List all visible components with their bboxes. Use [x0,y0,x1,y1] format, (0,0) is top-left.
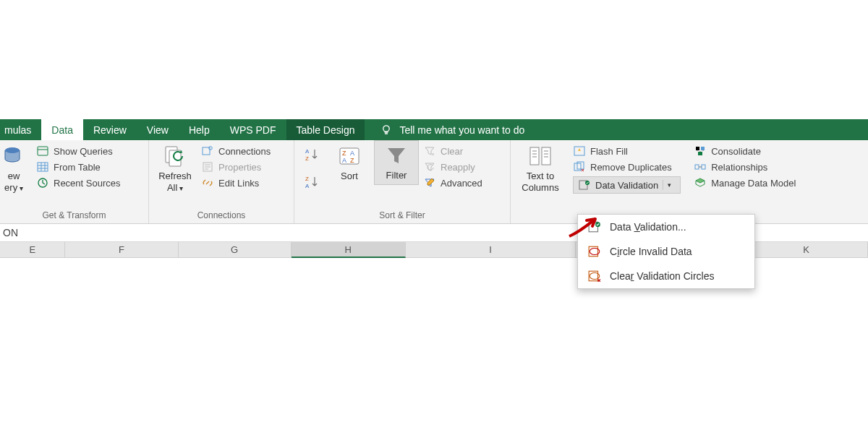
ribbon-tabs: mulas Data Review View Help WPS PDF Tabl… [0,119,868,140]
flash-fill-label: Flash Fill [590,146,628,157]
edit-links-icon [201,176,214,189]
remove-duplicates-icon [573,160,586,173]
properties-button[interactable]: Properties [201,160,271,173]
relationships-button[interactable]: Relationships [694,160,796,173]
formula-bar-value: ON [3,227,18,238]
menu-data-validation-icon [588,220,601,233]
text-to-columns-button[interactable]: Text to Columns [511,140,570,193]
menu-data-validation-label: Data Validation... [610,221,686,233]
from-table-icon [36,160,49,173]
tell-me-text: Tell me what you want to do [399,124,524,136]
svg-rect-30 [702,165,705,169]
svg-text:Z: Z [342,150,346,157]
relationships-label: Relationships [711,162,767,173]
remove-duplicates-label: Remove Duplicates [590,162,672,173]
show-queries-icon [36,145,49,158]
text-to-columns-label-1: Text to [527,171,554,182]
menu-clear-validation-circles[interactable]: Clear Validation Circles [578,264,754,288]
connections-button[interactable]: Connections [201,145,271,158]
group-sort-filter: AZ ZA ZAAZ Sort Filter [294,140,511,223]
tab-help[interactable]: Help [179,119,220,140]
sort-button[interactable]: ZAAZ Sort [325,140,374,182]
text-to-columns-label-2: Columns [522,182,558,194]
svg-text:Z: Z [305,176,309,182]
sort-label: Sort [341,171,358,182]
reapply-filter-button[interactable]: Reapply [423,160,482,173]
flash-fill-button[interactable]: Flash Fill [573,145,681,158]
advanced-filter-icon [423,176,436,189]
refresh-all-button[interactable]: Refresh All [149,140,201,193]
text-to-columns-icon [529,145,552,168]
advanced-filter-button[interactable]: Advanced [423,176,482,189]
recent-sources-button[interactable]: Recent Sources [36,176,121,189]
edit-links-button[interactable]: Edit Links [201,176,271,189]
tab-view[interactable]: View [137,119,179,140]
svg-text:A: A [305,148,310,155]
column-header-i[interactable]: I [406,242,576,258]
new-query-label-2: ery [4,182,23,194]
refresh-label-1: Refresh [158,171,192,182]
group-label-get-transform: Get & Transform [0,210,148,223]
consolidate-label: Consolidate [711,146,761,157]
data-validation-dropdown-caret[interactable]: ▾ [663,180,676,190]
menu-data-validation[interactable]: Data Validation... [578,215,754,239]
tab-review[interactable]: Review [83,119,137,140]
svg-text:A: A [350,150,354,157]
tab-formulas-partial[interactable]: mulas [0,119,41,140]
new-query-button[interactable]: ew ery [0,140,33,193]
svg-rect-2 [38,147,48,155]
column-header-e[interactable]: E [0,242,65,258]
clear-filter-label: Clear [441,146,463,157]
tab-table-design[interactable]: Table Design [286,119,365,140]
data-model-icon [694,176,707,189]
tab-wps-pdf[interactable]: WPS PDF [220,119,286,140]
group-label-connections: Connections [149,210,294,223]
consolidate-button[interactable]: Consolidate [694,145,796,158]
group-connections: Refresh All Connections Properties [149,140,294,223]
svg-rect-19 [530,147,539,165]
sort-za-icon[interactable]: ZA [303,173,320,191]
column-header-f[interactable]: F [65,242,178,258]
show-queries-label: Show Queries [54,146,113,157]
filter-icon [385,144,408,167]
sort-az-icon[interactable]: AZ [303,146,320,163]
refresh-label-2: All [167,182,183,194]
manage-data-model-button[interactable]: Manage Data Model [694,176,796,189]
remove-duplicates-button[interactable]: Remove Duplicates [573,160,681,173]
properties-label: Properties [218,162,261,173]
refresh-icon [163,145,187,168]
clear-filter-icon [423,145,436,158]
svg-rect-26 [696,147,699,150]
consolidate-icon [694,145,707,158]
tab-data[interactable]: Data [41,119,83,140]
tell-me-box[interactable]: Tell me what you want to do [365,119,524,140]
menu-clear-circles-label: Clear Validation Circles [610,270,714,282]
filter-button[interactable]: Filter [374,140,419,185]
data-validation-label: Data Validation [595,180,658,191]
from-table-button[interactable]: From Table [36,160,121,173]
sort-icon: ZAAZ [338,145,361,168]
clear-filter-button[interactable]: Clear [423,145,482,158]
svg-point-0 [383,125,389,131]
menu-clear-circles-icon [588,270,601,283]
new-query-label-1: ew [8,171,20,182]
column-header-h[interactable]: H [292,242,406,258]
column-header-g[interactable]: G [179,242,292,258]
new-query-icon [2,145,25,168]
group-data-tools: Text to Columns Flash Fill Remove Duplic… [511,140,868,223]
menu-circle-invalid-icon [588,245,601,258]
column-header-k[interactable]: K [745,242,868,258]
svg-text:Z: Z [350,157,354,164]
recent-sources-icon [36,176,49,189]
svg-rect-3 [38,163,48,171]
advanced-filter-label: Advanced [441,178,482,189]
menu-circle-invalid-data[interactable]: Circle Invalid Data [578,239,754,264]
properties-icon [201,160,214,173]
ribbon: ew ery Show Queries From Table [0,140,868,224]
reapply-icon [423,160,436,173]
relationships-icon [694,160,707,173]
manage-data-model-label: Manage Data Model [711,178,796,189]
show-queries-button[interactable]: Show Queries [36,145,121,158]
data-validation-button[interactable]: Data Validation ▾ [573,176,681,194]
data-validation-menu: Data Validation... Circle Invalid Data C… [577,214,755,289]
